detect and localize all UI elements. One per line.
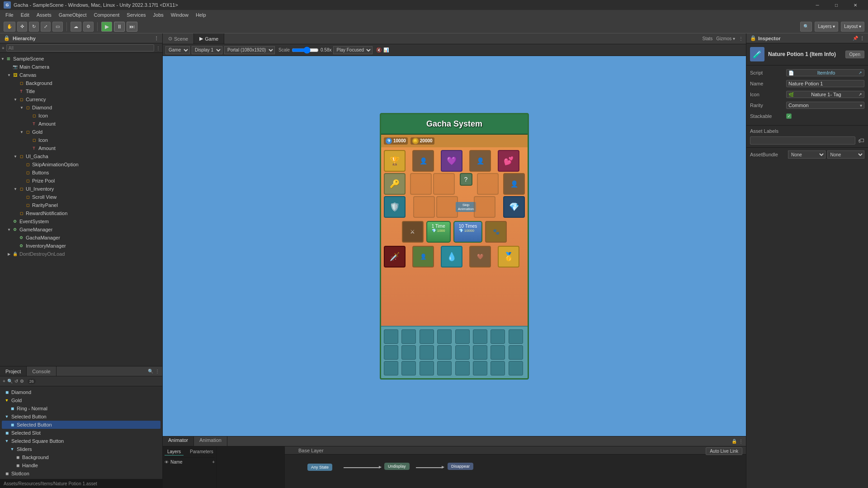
proj-diamond[interactable]: ◼ Diamond	[2, 388, 160, 396]
gacha-item-2[interactable]: 👤	[412, 150, 434, 172]
gacha-item-shield[interactable]: 🛡️	[384, 196, 406, 218]
prize-item-1[interactable]: 🗡️	[384, 246, 406, 267]
gacha-item-question[interactable]: ?	[460, 173, 472, 186]
tree-background[interactable]: ◻ Background	[0, 79, 162, 87]
tree-inventory-manager[interactable]: ⚙ InventoryManager	[0, 242, 162, 250]
inspector-pin-icon[interactable]: 📌	[853, 36, 858, 41]
proj-background[interactable]: ◼ Background	[2, 453, 160, 461]
proj-selected-button-folder[interactable]: ▼ Selected Button	[2, 413, 160, 421]
tree-dont-destroy[interactable]: ▶ 🔒 DontDestroyOnLoad	[0, 250, 162, 258]
inv-slot[interactable]	[384, 361, 398, 375]
tree-toggle[interactable]: ▼	[13, 97, 18, 102]
tree-toggle[interactable]: ▼	[6, 227, 12, 232]
tree-scroll-view[interactable]: ◻ Scroll View	[0, 193, 162, 201]
tree-toggle[interactable]: ▼	[6, 72, 12, 78]
menu-file[interactable]: File	[2, 10, 17, 20]
script-value[interactable]: 📄 ItemInfo ↗	[786, 69, 864, 76]
asset-bundle-select-2[interactable]: None	[827, 150, 865, 159]
inv-slot[interactable]	[473, 329, 487, 344]
display-num-select[interactable]: Display 1	[192, 46, 222, 54]
tab-animator[interactable]: Animator	[163, 436, 194, 446]
tree-icon-2[interactable]: ◻ Icon	[0, 136, 162, 144]
state-node-3[interactable]: Disappear	[448, 463, 473, 470]
inv-slot[interactable]	[420, 361, 434, 375]
tree-ui-gacha[interactable]: ▼ ◻ UI_Gacha	[0, 152, 162, 160]
inv-slot[interactable]	[509, 361, 523, 375]
hierarchy-add-icon[interactable]: +	[2, 46, 5, 51]
hierarchy-search[interactable]	[6, 44, 154, 52]
tree-toggle[interactable]: ▼	[19, 129, 24, 135]
inv-slot[interactable]	[491, 329, 505, 344]
params-tab[interactable]: Parameters	[187, 448, 216, 455]
tree-prize-pool[interactable]: ◻ Prize Pool	[0, 177, 162, 185]
inv-slot[interactable]	[455, 345, 470, 360]
tree-currency[interactable]: ▼ ◻ Currency	[0, 95, 162, 103]
menu-window[interactable]: Window	[167, 10, 192, 20]
maximize-button[interactable]: □	[827, 0, 845, 10]
proj-gold[interactable]: ▼ Gold	[2, 396, 160, 404]
inv-slot[interactable]	[491, 361, 505, 375]
gacha-item-gem[interactable]: 💎	[503, 196, 525, 218]
gizmos-btn[interactable]: Gizmos ▾	[716, 36, 735, 41]
icon-select-icon[interactable]: ↗	[859, 92, 862, 97]
tree-icon-1[interactable]: ◻ Icon	[0, 112, 162, 120]
tree-main-camera[interactable]: 📷 Main Camera	[0, 63, 162, 71]
stackable-checkbox[interactable]: ✓	[786, 113, 792, 119]
toolbar-move-tool[interactable]: ✜	[17, 22, 27, 32]
tree-diamond[interactable]: ▼ ◻ Diamond	[0, 103, 162, 112]
proj-selected-button[interactable]: ◼ Selected Button	[2, 421, 160, 429]
tree-buttons[interactable]: ◻ Buttons	[0, 169, 162, 177]
inv-slot[interactable]	[401, 329, 416, 344]
inv-slot[interactable]	[455, 361, 470, 375]
gacha-item-key[interactable]: 🔑	[384, 173, 406, 195]
pause-button[interactable]: ⏸	[114, 22, 125, 32]
prize-item-4[interactable]: 🤎	[469, 246, 491, 267]
gacha-item-5[interactable]: 💕	[498, 150, 519, 172]
animator-options-icon[interactable]: ⋮	[739, 439, 743, 444]
menu-edit[interactable]: Edit	[17, 10, 33, 20]
gacha-item-3[interactable]: 💜	[441, 150, 462, 172]
undisplay-node[interactable]: Undisplay	[384, 463, 410, 470]
proj-selected-slot[interactable]: ◼ Selected Slot	[2, 429, 160, 437]
tree-ui-inventory[interactable]: ▼ ◻ UI_Inventory	[0, 185, 162, 193]
tree-title[interactable]: T Title	[0, 87, 162, 95]
resolution-select[interactable]: Portal (488x868)	[224, 46, 275, 54]
toolbar-search[interactable]: 🔍	[800, 22, 812, 32]
proj-selected-square-button[interactable]: ▼ Selected Square Button	[2, 437, 160, 445]
toolbar-rotate-tool[interactable]: ↻	[29, 22, 39, 32]
inv-slot[interactable]	[473, 361, 487, 375]
tree-gacha-manager[interactable]: ⚙ GachaManager	[0, 234, 162, 242]
tree-skip-animation[interactable]: ◻ SkipAnimationOption	[0, 160, 162, 169]
asset-label-input[interactable]	[750, 136, 855, 145]
auto-live-button[interactable]: Auto Live Link	[706, 447, 742, 455]
inv-slot[interactable]	[455, 329, 470, 344]
proj-refresh-btn[interactable]: ↺	[14, 379, 18, 384]
inv-slot[interactable]	[420, 329, 434, 344]
inv-slot[interactable]	[509, 345, 523, 360]
step-button[interactable]: ⏭	[127, 22, 137, 32]
tree-toggle[interactable]: ▼	[0, 56, 5, 61]
tree-canvas[interactable]: ▼ 🖼 Canvas	[0, 71, 162, 79]
prize-item-3[interactable]: 💧	[441, 246, 462, 267]
hierarchy-options-icon[interactable]: ⋮	[156, 46, 160, 51]
tree-amount-1[interactable]: T Amount	[0, 120, 162, 128]
tab-scene[interactable]: ⊙ Scene	[163, 33, 194, 44]
proj-search-btn[interactable]: 🔍	[7, 379, 13, 384]
layout-dropdown[interactable]: Layout ▾	[841, 22, 864, 32]
side-item-left[interactable]: ⚔	[402, 221, 424, 243]
prize-item-5[interactable]: 🥇	[498, 246, 519, 267]
proj-handle[interactable]: ◼ Handle	[2, 461, 160, 469]
proj-add-icon[interactable]: +	[3, 379, 5, 384]
gacha-item-1[interactable]: 🏆	[384, 150, 406, 172]
proj-slot-icon[interactable]: ◼ SlotIcon	[2, 469, 160, 478]
inv-slot[interactable]	[491, 345, 505, 360]
toolbar-rect-tool[interactable]: ▭	[52, 22, 63, 32]
toolbar-services[interactable]: ⚙	[83, 22, 94, 32]
proj-search-icon[interactable]: 🔍	[148, 369, 153, 374]
play-focused-select[interactable]: Play Focused	[333, 46, 373, 54]
scale-slider[interactable]	[292, 48, 319, 52]
tab-animation[interactable]: Animation	[194, 436, 227, 446]
inv-slot[interactable]	[384, 329, 398, 344]
tree-game-manager[interactable]: ▼ ⚙ GameManager	[0, 225, 162, 234]
gacha-btn-10times[interactable]: 10 Times 💎10000	[453, 221, 483, 243]
